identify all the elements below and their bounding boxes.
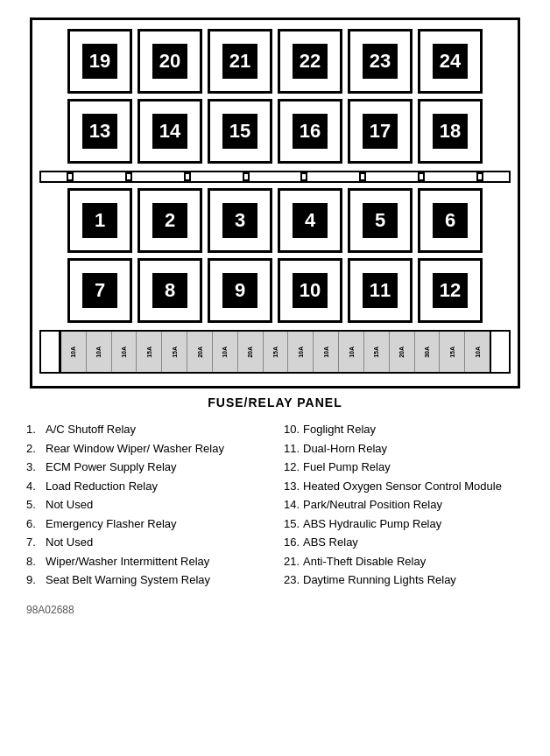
legend-item: 11.Dual-Horn Relay	[284, 441, 524, 457]
fuse-number: 22	[293, 44, 328, 79]
strip-left-tab	[41, 332, 60, 372]
fuse-number: 2	[152, 203, 187, 238]
fuse-box-15: 15	[208, 99, 272, 164]
legend-item: 23.Daytime Running Lights Relay	[284, 572, 524, 588]
legend-item-text: Dual-Horn Relay	[303, 441, 524, 457]
panel-container: 192021222324 131415161718 123456 7891011…	[30, 18, 520, 388]
mini-fuse-11: 10A	[339, 332, 364, 372]
fuse-box-20: 20	[138, 29, 202, 94]
connector-tab	[243, 172, 250, 181]
legend-item: 6.Emergency Flasher Relay	[26, 516, 266, 532]
mini-fuse-8: 15A	[264, 332, 289, 372]
fuse-box-8: 8	[138, 258, 202, 323]
legend-item-text: Rear Window Wiper/ Washer Relay	[46, 441, 266, 457]
mini-fuse-label: 15A	[146, 346, 152, 358]
fuse-number: 12	[433, 273, 468, 308]
legend-item-text: Not Used	[46, 535, 266, 550]
legend-item-num: 6.	[26, 516, 46, 532]
mini-fuse-label: 30A	[424, 346, 430, 358]
fuse-box-3: 3	[208, 188, 272, 253]
legend-item-text: ABS Relay	[303, 535, 524, 550]
mini-fuse-2: 10A	[112, 332, 138, 372]
fuse-number: 4	[293, 203, 328, 238]
legend-item-num: 23.	[284, 572, 303, 588]
mini-fuse-label: 20A	[197, 346, 203, 358]
fuse-box-12: 12	[418, 258, 483, 323]
legend-item-text: Wiper/Washer Intermittent Relay	[46, 554, 266, 570]
fuse-number: 23	[363, 44, 398, 79]
mini-fuse-15: 15A	[440, 332, 465, 372]
mini-fuse-3: 15A	[137, 332, 162, 372]
legend-item: 1.A/C Shutoff Relay	[26, 422, 266, 438]
fuse-number: 8	[152, 273, 187, 308]
fuse-box-5: 5	[348, 188, 412, 253]
bottom-fuse-strip: 10A10A10A15A15A20A10A20A15A10A10A10A15A2…	[39, 330, 511, 374]
fuse-number: 16	[293, 114, 328, 149]
legend-item: 7.Not Used	[26, 535, 266, 550]
footer-code: 98A02688	[18, 604, 532, 616]
mini-fuse-label: 10A	[121, 346, 127, 358]
legend-item: 16.ABS Relay	[284, 535, 524, 550]
fuse-number: 3	[222, 203, 257, 238]
fuse-number: 19	[82, 44, 117, 79]
mini-fuse-label: 10A	[475, 346, 481, 358]
legend-item-num: 21.	[284, 554, 303, 570]
legend-item: 13.Heated Oxygen Sensor Control Module	[284, 479, 524, 494]
legend-item-num: 16.	[284, 535, 303, 550]
mini-fuse-label: 10A	[298, 346, 304, 358]
fuse-box-14: 14	[138, 99, 202, 164]
connector-tab	[67, 172, 74, 181]
mini-fuse-1: 10A	[87, 332, 112, 372]
fuse-row-bot2: 789101112	[39, 258, 511, 323]
legend-item-text: Daytime Running Lights Relay	[303, 572, 524, 588]
fuse-box-1: 1	[67, 188, 132, 253]
mini-fuse-label: 10A	[323, 346, 329, 358]
legend-item-text: Emergency Flasher Relay	[46, 516, 266, 532]
mini-fuse-6: 10A	[213, 332, 238, 372]
fuse-box-24: 24	[418, 29, 483, 94]
mini-fuse-label: 10A	[222, 346, 228, 358]
fuse-number: 1	[82, 203, 117, 238]
legend-item: 8.Wiper/Washer Intermittent Relay	[26, 554, 266, 570]
panel-title: FUSE/RELAY PANEL	[18, 396, 532, 410]
mini-fuse-label: 15A	[449, 346, 455, 358]
fuse-box-11: 11	[348, 258, 412, 323]
mini-fuse-label: 10A	[349, 346, 355, 358]
legend-item: 15.ABS Hydraulic Pump Relay	[284, 516, 524, 532]
fuse-box-4: 4	[278, 188, 342, 253]
connector-tab	[125, 172, 132, 181]
legend-item: 14.Park/Neutral Position Relay	[284, 497, 524, 513]
fuse-number: 24	[433, 44, 468, 79]
legend-container: 1.A/C Shutoff Relay2.Rear Window Wiper/ …	[18, 422, 532, 592]
fuse-box-9: 9	[208, 258, 272, 323]
mini-fuse-label: 20A	[247, 346, 253, 358]
fuse-box-10: 10	[278, 258, 342, 323]
legend-item-num: 8.	[26, 554, 46, 570]
legend-item-num: 14.	[284, 497, 303, 513]
legend-item: 2.Rear Window Wiper/ Washer Relay	[26, 441, 266, 457]
fuse-row-bot1: 123456	[39, 188, 511, 253]
fuse-box-21: 21	[208, 29, 272, 94]
legend-item-num: 9.	[26, 572, 46, 588]
mini-fuse-4: 15A	[162, 332, 187, 372]
legend-item: 9.Seat Belt Warning System Relay	[26, 572, 266, 588]
legend-item-text: Seat Belt Warning System Relay	[46, 572, 266, 588]
legend-item: 12.Fuel Pump Relay	[284, 459, 524, 475]
mini-fuse-12: 15A	[364, 332, 390, 372]
legend-item-num: 15.	[284, 516, 303, 532]
legend-item-num: 1.	[26, 422, 46, 438]
connector-tab	[184, 172, 191, 181]
fuse-number: 11	[363, 273, 398, 308]
mini-fuse-label: 20A	[398, 346, 405, 358]
legend-item-num: 12.	[284, 459, 303, 475]
legend-item-num: 3.	[26, 459, 46, 475]
mini-fuse-label: 15A	[272, 346, 279, 358]
fuse-box-16: 16	[278, 99, 342, 164]
fuse-box-23: 23	[348, 29, 412, 94]
fuse-box-19: 19	[67, 29, 132, 94]
legend-item-num: 11.	[284, 441, 303, 457]
fuse-row-top1: 192021222324	[39, 29, 511, 94]
mini-fuse-13: 20A	[390, 332, 415, 372]
fuse-number: 7	[82, 273, 117, 308]
legend-item-num: 10.	[284, 422, 303, 438]
